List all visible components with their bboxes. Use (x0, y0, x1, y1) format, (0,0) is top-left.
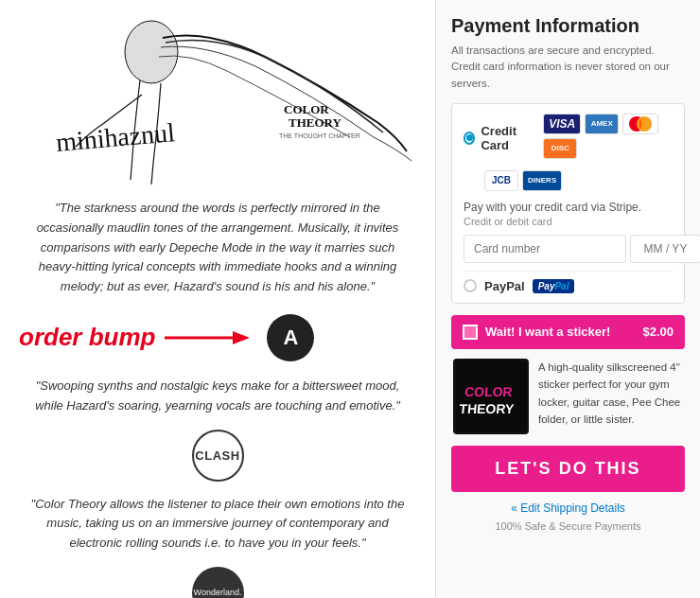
paypal-radio[interactable] (464, 279, 477, 292)
logo-a-letter: A (284, 325, 299, 350)
left-panel: minihaznul COLOR THEORY THE THOUGHT CHAP… (0, 0, 435, 598)
mastercard-logo (622, 114, 658, 134)
bump-price: $2.00 (642, 325, 674, 339)
paypal-label: PayPal (484, 279, 525, 293)
svg-text:COLOR: COLOR (284, 102, 329, 116)
payment-methods-box: Credit Card VISA AMEX DISC JCB DINERS (451, 103, 685, 304)
order-bump-cta-box[interactable]: Wait! I want a sticker! $2.00 (451, 315, 685, 349)
card-number-input[interactable] (464, 235, 626, 263)
wonderland-badge-container: Wonderland. (0, 561, 435, 598)
card-input-row (464, 235, 673, 263)
cta-button[interactable]: LET'S DO THIS (451, 446, 685, 492)
arrow-icon (165, 325, 250, 351)
card-logos: VISA AMEX DISC (543, 114, 673, 159)
review-2: "Swooping synths and nostalgic keys make… (0, 369, 435, 424)
clash-badge: CLASH (192, 430, 244, 482)
right-panel: Payment Information All transactions are… (435, 0, 700, 598)
credit-card-method-row[interactable]: Credit Card VISA AMEX DISC (464, 114, 673, 163)
svg-text:THE THOUGHT CHAPTER: THE THOUGHT CHAPTER (279, 132, 360, 139)
brand-logo-circle: A (267, 314, 314, 361)
svg-marker-7 (233, 331, 250, 344)
svg-text:COLOR: COLOR (464, 384, 513, 399)
payment-title: Payment Information (451, 15, 685, 37)
review-3: "Color Theory allows the listener to pla… (0, 487, 435, 561)
paypal-badge: PayPal (533, 279, 575, 293)
sticker-image: COLOR THEORY (453, 359, 529, 434)
wonderland-label: Wonderland. (194, 588, 242, 597)
secure-payments-text: 100% Safe & Secure Payments (451, 520, 685, 532)
credit-debit-text: Credit or debit card (464, 216, 673, 227)
edit-shipping-link[interactable]: « Edit Shipping Details (451, 501, 685, 515)
album-art: minihaznul COLOR THEORY THE THOUGHT CHAP… (0, 0, 435, 189)
amex-logo: AMEX (585, 114, 619, 134)
order-bump-label: order bump (19, 323, 155, 352)
card-expiry-input[interactable] (630, 235, 700, 263)
credit-card-label: Credit Card (481, 124, 537, 152)
paypal-method-row[interactable]: PayPal PayPal (464, 271, 673, 293)
clash-badge-container: CLASH (0, 424, 435, 487)
visa-logo: VISA (543, 114, 581, 134)
svg-point-9 (637, 116, 652, 132)
bump-cta-title: Wait! I want a sticker! (485, 325, 635, 339)
diners-logo: DINERS (522, 170, 562, 191)
stripe-text: Pay with your credit card via Stripe. (464, 201, 673, 214)
sticker-description: A high-quality silkscreened 4" sticker p… (538, 359, 683, 434)
svg-rect-0 (0, 0, 435, 189)
bump-checkbox[interactable] (463, 325, 478, 340)
clash-label: CLASH (195, 448, 239, 463)
svg-point-1 (125, 21, 178, 83)
radio-selected-dot (466, 134, 473, 141)
credit-card-radio[interactable] (464, 132, 475, 145)
svg-text:THEORY: THEORY (289, 115, 341, 130)
discover-logo: DISC (543, 138, 577, 159)
svg-text:THEORY: THEORY (458, 401, 515, 416)
wonderland-badge: Wonderland. (192, 567, 244, 598)
review-1: "The starkness around the words is perfe… (0, 189, 435, 307)
jcb-logo: JCB (484, 170, 518, 191)
payment-subtitle: All transactions are secure and encrypte… (451, 43, 685, 92)
sticker-section: COLOR THEORY A high-quality silkscreened… (451, 359, 685, 434)
order-bump-section: order bump A (0, 307, 435, 369)
